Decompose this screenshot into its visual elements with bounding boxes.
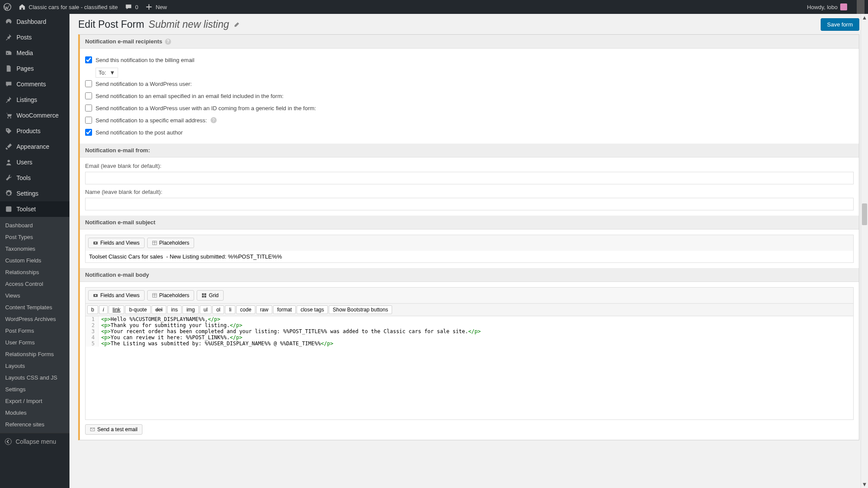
user-icon: [4, 158, 13, 167]
fields-views-button[interactable]: Fields and Views: [88, 238, 145, 248]
submenu-item-post-forms[interactable]: Post Forms: [0, 325, 69, 337]
submenu-item-views[interactable]: Views: [0, 290, 69, 301]
qt-ins-button[interactable]: ins: [167, 305, 182, 314]
qt-b-button[interactable]: b: [87, 305, 98, 314]
sidebar-item-toolset[interactable]: Toolset: [0, 201, 69, 217]
submenu-item-reference-sites[interactable]: Reference sites: [0, 419, 69, 430]
submenu-item-taxonomies[interactable]: Taxonomies: [0, 243, 69, 255]
submenu-item-modules[interactable]: Modules: [0, 407, 69, 419]
qt-ol-button[interactable]: ol: [212, 305, 224, 314]
sidebar-item-posts[interactable]: Posts: [0, 29, 69, 45]
scroll-thumb[interactable]: [862, 203, 867, 225]
svg-rect-18: [202, 293, 204, 295]
submenu-item-wordpress-archives[interactable]: WordPress Archives: [0, 313, 69, 325]
site-link[interactable]: Classic cars for sale - classified site: [18, 3, 118, 11]
screen-collapse[interactable]: [857, 0, 865, 14]
to-select[interactable]: To: ▼: [96, 68, 118, 78]
subject-input[interactable]: [85, 251, 854, 263]
qt-i-button[interactable]: i: [99, 305, 108, 314]
billing-email-row: Send this notification to the billing em…: [85, 54, 854, 66]
from-email-input[interactable]: [85, 172, 854, 184]
submenu-item-dashboard[interactable]: Dashboard: [0, 219, 69, 231]
submenu-item-settings[interactable]: Settings: [0, 383, 69, 395]
submenu-item-relationships[interactable]: Relationships: [0, 266, 69, 278]
post-author-checkbox[interactable]: [85, 129, 92, 136]
sidebar-item-settings[interactable]: Settings: [0, 186, 69, 201]
sidebar-item-dashboard[interactable]: Dashboard: [0, 14, 69, 29]
qt-raw-button[interactable]: raw: [256, 305, 272, 314]
code-line: 4<p>You can review it here: %%POST_LINK%…: [86, 334, 853, 341]
site-name: Classic cars for sale - classified site: [29, 4, 118, 10]
billing-email-label: Send this notification to the billing em…: [96, 57, 195, 63]
from-header: Notification e-mail from:: [80, 144, 859, 157]
edit-icon[interactable]: [233, 21, 240, 28]
wp-user-id-label: Send notification to a WordPress user wi…: [96, 105, 316, 111]
submenu-item-custom-fields[interactable]: Custom Fields: [0, 255, 69, 266]
submenu-item-export-import[interactable]: Export / Import: [0, 395, 69, 407]
qt-li-button[interactable]: li: [225, 305, 235, 314]
sidebar-item-woocommerce[interactable]: WooCommerce: [0, 108, 69, 123]
sidebar-item-label: Dashboard: [17, 18, 46, 25]
qt-del-button[interactable]: del: [152, 305, 166, 314]
submenu-item-relationship-forms[interactable]: Relationship Forms: [0, 348, 69, 360]
dashboard-icon: [4, 17, 13, 26]
specific-email-checkbox[interactable]: [85, 117, 92, 124]
submenu-item-layouts-css-and-js[interactable]: Layouts CSS and JS: [0, 372, 69, 383]
fields-views-button[interactable]: Fields and Views: [88, 290, 145, 301]
gear-icon: [4, 189, 13, 198]
wp-user-row: Send notification to a WordPress user:: [85, 78, 854, 90]
camera-icon: [93, 293, 98, 298]
sidebar-item-comments[interactable]: Comments: [0, 76, 69, 92]
scroll-down-arrow[interactable]: ▼: [861, 481, 868, 488]
page-title: Edit Post Form Submit new listing: [78, 19, 240, 30]
qt-b-quote-button[interactable]: b-quote: [125, 305, 151, 314]
qt-close-tags-button[interactable]: close tags: [297, 305, 328, 314]
qt-Show-Bootstrap-buttons-button[interactable]: Show Bootstrap buttons: [329, 305, 392, 314]
from-name-input[interactable]: [85, 198, 854, 210]
sidebar-item-media[interactable]: Media: [0, 45, 69, 61]
email-field-row: Send notification to an email specified …: [85, 90, 854, 102]
wp-logo[interactable]: [3, 3, 11, 11]
submenu-item-post-types[interactable]: Post Types: [0, 231, 69, 243]
home-icon: [18, 3, 26, 11]
submenu-item-content-templates[interactable]: Content Templates: [0, 301, 69, 313]
sidebar-item-tools[interactable]: Tools: [0, 170, 69, 186]
billing-email-checkbox[interactable]: [85, 56, 92, 63]
qt-format-button[interactable]: format: [273, 305, 296, 314]
wordpress-icon: [3, 3, 11, 11]
save-form-button[interactable]: Save form: [821, 18, 859, 31]
media-icon: [4, 49, 13, 57]
collapse-menu[interactable]: Collapse menu: [0, 433, 69, 450]
qt-ul-button[interactable]: ul: [200, 305, 211, 314]
comments-link[interactable]: 0: [125, 3, 138, 11]
submenu-item-access-control[interactable]: Access Control: [0, 278, 69, 290]
sidebar-item-appearance[interactable]: Appearance: [0, 139, 69, 154]
vertical-scrollbar[interactable]: ▲ ▼: [861, 14, 868, 488]
wp-user-id-checkbox[interactable]: [85, 105, 92, 111]
sidebar-item-listings[interactable]: Listings: [0, 92, 69, 108]
user-menu[interactable]: Howdy, lobo: [807, 3, 847, 10]
toolset-icon: [4, 205, 13, 213]
new-label: New: [155, 4, 167, 10]
qt-code-button[interactable]: code: [236, 305, 255, 314]
qt-img-button[interactable]: img: [182, 305, 198, 314]
scroll-up-arrow[interactable]: ▲: [861, 14, 868, 21]
help-icon[interactable]: ?: [165, 39, 171, 45]
placeholders-button[interactable]: Placeholders: [147, 238, 194, 248]
new-link[interactable]: New: [145, 3, 167, 11]
sidebar-item-label: Settings: [17, 190, 39, 197]
send-test-email-button[interactable]: Send a test email: [85, 424, 142, 435]
placeholders-button[interactable]: Placeholders: [147, 290, 194, 301]
email-field-checkbox[interactable]: [85, 92, 92, 99]
submenu-item-user-forms[interactable]: User Forms: [0, 337, 69, 348]
help-icon[interactable]: ?: [211, 117, 217, 123]
sidebar-item-users[interactable]: Users: [0, 154, 69, 170]
sidebar-item-pages[interactable]: Pages: [0, 61, 69, 76]
email-field-label: Send notification to an email specified …: [96, 93, 284, 99]
wp-user-checkbox[interactable]: [85, 80, 92, 87]
grid-button[interactable]: Grid: [197, 290, 224, 301]
submenu-item-layouts[interactable]: Layouts: [0, 360, 69, 372]
sidebar-item-products[interactable]: Products: [0, 123, 69, 139]
body-editor[interactable]: 1<p>Hello %%CUSTOMER_DISPLAYNAME%%,</p>2…: [85, 316, 854, 420]
qt-link-button[interactable]: link: [109, 305, 124, 314]
